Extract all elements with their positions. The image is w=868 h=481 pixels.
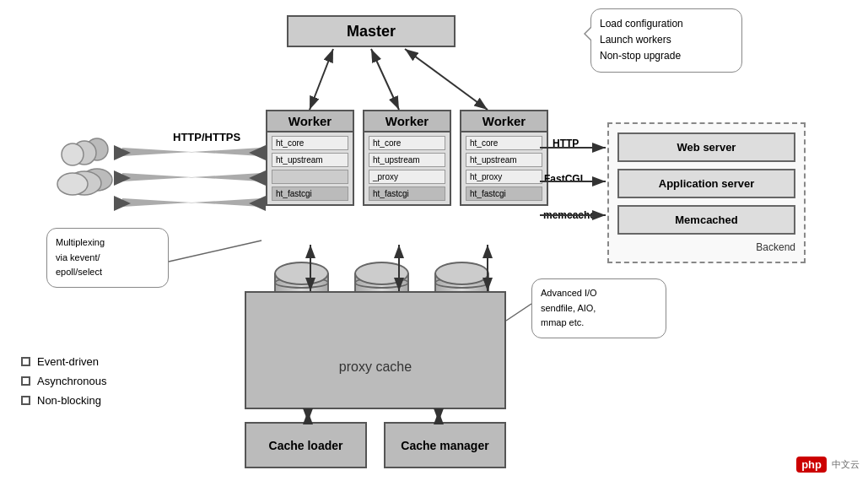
legend-square-2	[21, 376, 30, 386]
svg-point-4	[62, 143, 84, 165]
memcached-item: Memcached	[617, 205, 795, 235]
worker-1-modules: ht_core ht_upstream ht_fastcgi	[267, 132, 353, 204]
worker-2-modules: ht_core ht_upstream _proxy ht_fastcgi	[364, 132, 450, 204]
worker-box-1: Worker ht_core ht_upstream ht_fastcgi	[266, 110, 354, 206]
legend-item-1: Event-driven	[21, 355, 106, 368]
legend: Event-driven Asynchronous Non-blocking	[21, 355, 106, 413]
proxy-cache-box: proxy cache	[245, 291, 506, 409]
legend-label-3: Non-blocking	[37, 394, 101, 407]
worker-1-title: Worker	[267, 111, 353, 132]
php-badge: php	[796, 457, 827, 473]
cache-loader-box: Cache loader	[245, 422, 367, 468]
http-https-label: HTTP/HTTPS	[173, 131, 240, 143]
worker-2-module-3: _proxy	[369, 170, 445, 184]
svg-line-10	[405, 49, 488, 110]
legend-item-2: Asynchronous	[21, 375, 106, 387]
svg-line-8	[310, 49, 333, 110]
svg-marker-12	[122, 173, 261, 181]
worker-group: Worker ht_core ht_upstream ht_fastcgi Wo…	[266, 110, 548, 206]
db-top-2	[354, 262, 409, 285]
cache-bottom: Cache loader Cache manager	[245, 422, 506, 468]
master-bubble-line1: Load configuration	[600, 18, 683, 30]
legend-square-3	[21, 396, 30, 405]
worker-1-module-4: ht_fastcgi	[272, 186, 348, 201]
worker-3-title: Worker	[461, 111, 547, 132]
svg-marker-13	[122, 198, 261, 207]
legend-label-2: Asynchronous	[37, 375, 106, 387]
worker-3-module-2: ht_upstream	[466, 153, 542, 167]
http-conn-label: HTTP	[553, 138, 579, 149]
db-top-3	[434, 262, 489, 285]
worker-3-modules: ht_core ht_upstream ht_proxy ht_fastcgi	[461, 132, 547, 204]
worker-2-module-1: ht_core	[369, 136, 445, 150]
db-top-1	[274, 262, 329, 285]
svg-marker-19	[249, 196, 266, 211]
worker-box-2: Worker ht_core ht_upstream _proxy ht_fas…	[363, 110, 451, 206]
worker-1-module-2: ht_upstream	[272, 153, 348, 167]
worker-3-module-3: ht_proxy	[466, 170, 542, 184]
worker-2-title: Worker	[364, 111, 450, 132]
worker-3-module-4: ht_fastcgi	[466, 186, 542, 201]
svg-marker-11	[122, 148, 261, 156]
multiplex-bubble: Multiplexingvia kevent/epoll/select	[46, 228, 169, 288]
master-label: Master	[347, 23, 396, 41]
proxy-cache-label: proxy cache	[339, 359, 412, 375]
master-box: Master	[287, 15, 456, 47]
svg-line-28	[169, 240, 261, 262]
php-site: 中文云	[832, 458, 860, 471]
svg-marker-17	[249, 145, 266, 160]
svg-point-5	[57, 173, 88, 195]
worker-2-module-2: ht_upstream	[369, 153, 445, 167]
worker-box-3: Worker ht_core ht_upstream ht_proxy ht_f…	[460, 110, 548, 206]
svg-marker-18	[249, 170, 266, 186]
legend-item-3: Non-blocking	[21, 394, 106, 407]
worker-2-module-4: ht_fastcgi	[369, 186, 445, 201]
webserver-item: Web server	[617, 132, 795, 162]
worker-3-module-1: ht_core	[466, 136, 542, 150]
backend-box: Web server Application server Memcached …	[607, 122, 806, 263]
backend-label: Backend	[617, 241, 795, 253]
memcache-conn-label: memcache	[543, 209, 596, 221]
master-bubble-line2: Launch workers	[600, 34, 671, 46]
legend-square-1	[21, 357, 30, 366]
cache-manager-box: Cache manager	[384, 422, 506, 468]
master-bubble: Load configuration Launch workers Non-st…	[590, 8, 742, 73]
php-logo: php 中文云	[796, 457, 860, 473]
worker-1-module-3	[272, 170, 348, 184]
legend-label-1: Event-driven	[37, 355, 99, 368]
people-icon	[51, 131, 118, 201]
worker-1-module-1: ht_core	[272, 136, 348, 150]
appserver-item: Application server	[617, 169, 795, 198]
advio-bubble: Advanced I/Osendfile, AIO,mmap etc.	[531, 278, 666, 338]
svg-line-29	[506, 304, 531, 321]
fastcgi-conn-label: FastCGI	[544, 173, 583, 185]
diagram: Master Load configuration Launch workers…	[0, 0, 868, 481]
svg-line-9	[371, 49, 399, 110]
master-bubble-line3: Non-stop upgrade	[600, 50, 681, 62]
